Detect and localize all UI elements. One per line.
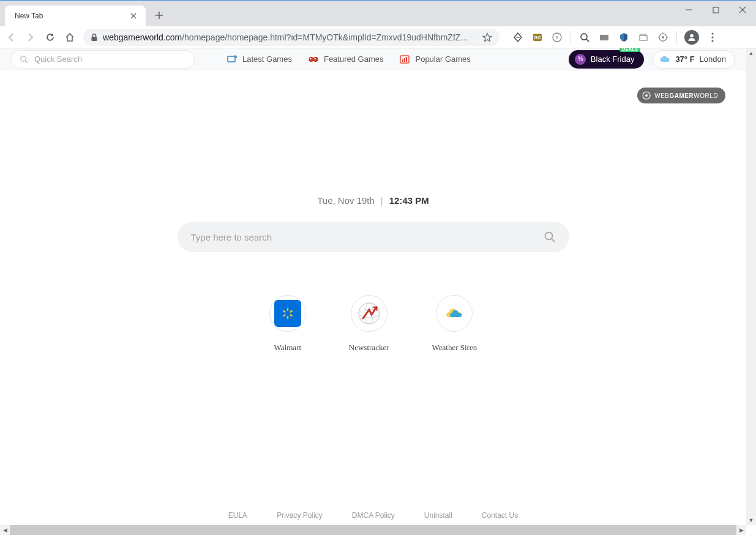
latest-games-link[interactable]: Latest Games — [226, 54, 292, 65]
tab-title: New Tab — [15, 12, 43, 20]
tile-walmart[interactable]: Walmart — [269, 295, 306, 353]
extension-icon-3[interactable]: S — [551, 31, 563, 43]
scroll-up-icon[interactable]: ▲ — [746, 48, 756, 58]
extension-icon-8[interactable] — [657, 31, 669, 43]
logo[interactable]: WEBGAMERWORLD — [637, 88, 725, 103]
footer-link-contact[interactable]: Contact Us — [482, 511, 518, 520]
svg-point-26 — [645, 94, 648, 97]
svg-point-27 — [545, 233, 552, 240]
svg-point-10 — [662, 36, 664, 39]
logo-mid: GAMER — [670, 92, 694, 99]
featured-games-link[interactable]: Featured Games — [308, 54, 384, 65]
back-button[interactable] — [5, 31, 17, 43]
chart-icon — [399, 54, 410, 65]
svg-rect-31 — [282, 314, 286, 317]
logo-suffix: WORLD — [694, 92, 718, 99]
url-input[interactable]: webgamerworld.com/homepage/homepage.html… — [83, 29, 500, 46]
minimize-button[interactable] — [675, 1, 702, 19]
goggles-icon — [308, 54, 319, 65]
new-tab-button[interactable] — [151, 7, 168, 24]
svg-rect-28 — [287, 308, 288, 311]
horizontal-scrollbar[interactable]: ◀ ▶ — [0, 525, 746, 535]
svg-point-6 — [581, 34, 587, 40]
footer-link-uninstall[interactable]: Uninstall — [424, 511, 452, 520]
popular-games-link[interactable]: Popular Games — [399, 54, 470, 65]
bookmark-star-icon[interactable] — [482, 32, 492, 42]
footer-link-eula[interactable]: EULA — [228, 511, 247, 520]
title-bar: New Tab — [0, 1, 756, 26]
promo-label: Black Friday — [591, 54, 635, 64]
svg-rect-22 — [402, 59, 403, 62]
svg-rect-29 — [287, 316, 288, 319]
svg-point-20 — [314, 58, 316, 59]
extension-icon-5[interactable] — [598, 31, 610, 43]
svg-point-19 — [310, 58, 312, 59]
lock-icon — [91, 33, 98, 42]
extension-icon-7[interactable] — [637, 31, 649, 43]
svg-rect-8 — [640, 36, 647, 40]
browser-menu-icon[interactable] — [706, 32, 719, 42]
percent-icon: % — [575, 54, 586, 65]
walmart-icon — [281, 307, 294, 320]
search-icon — [20, 55, 28, 64]
newstracker-icon — [357, 301, 381, 326]
reload-button[interactable] — [44, 31, 56, 43]
url-path: /homepage/homepage.html?id=MTMyOTk&implI… — [182, 32, 468, 42]
toolbar-link-label: Latest Games — [242, 54, 292, 64]
extension-icon-1[interactable] — [512, 31, 524, 43]
main-search-input[interactable] — [191, 232, 535, 242]
page-toolbar: Quick Search Latest Games Featured Games — [0, 48, 746, 70]
footer-link-privacy[interactable]: Privacy Policy — [277, 511, 323, 520]
refresh-screen-icon — [226, 54, 238, 65]
tile-newstracker[interactable]: Newstracker — [349, 295, 389, 353]
tile-weather-siren[interactable]: Weather Siren — [432, 295, 477, 353]
forward-button[interactable] — [24, 31, 37, 43]
scroll-down-icon[interactable]: ▼ — [746, 515, 756, 525]
svg-point-12 — [711, 32, 713, 34]
browser-tab[interactable]: New Tab — [5, 6, 146, 26]
quick-search-input[interactable]: Quick Search — [11, 50, 195, 69]
logo-prefix: WEB — [654, 92, 669, 99]
black-friday-button[interactable]: DEALS % Black Friday — [569, 50, 645, 69]
extension-icon-6[interactable] — [618, 31, 630, 43]
extension-icon-2[interactable]: GC — [531, 31, 544, 43]
close-tab-icon[interactable] — [129, 11, 138, 21]
search-icon[interactable] — [544, 231, 556, 243]
svg-rect-0 — [713, 7, 719, 13]
svg-point-34 — [359, 303, 380, 324]
scroll-left-icon[interactable]: ◀ — [0, 525, 10, 535]
weather-siren-icon — [443, 302, 465, 324]
toolbar-link-label: Popular Games — [415, 54, 470, 64]
svg-text:GC: GC — [534, 35, 541, 40]
svg-point-17 — [309, 56, 313, 61]
url-domain: webgamerworld.com — [103, 32, 182, 42]
weather-city: London — [700, 54, 726, 64]
svg-text:S: S — [555, 35, 558, 40]
tile-label: Newstracker — [349, 343, 389, 353]
footer-link-dmca[interactable]: DMCA Policy — [352, 511, 395, 520]
vertical-scrollbar[interactable]: ▲ ▼ — [746, 48, 756, 525]
svg-rect-7 — [600, 35, 608, 40]
main-search-box[interactable] — [178, 222, 569, 252]
weather-temp: 37° F — [675, 54, 694, 64]
cloud-icon — [659, 55, 670, 64]
weather-button[interactable]: 37° F London — [653, 50, 735, 69]
scroll-right-icon[interactable]: ▶ — [736, 525, 746, 535]
extension-icon-4[interactable] — [578, 31, 591, 43]
maximize-button[interactable] — [702, 1, 729, 19]
svg-point-18 — [313, 56, 318, 61]
svg-point-14 — [711, 40, 713, 42]
svg-rect-16 — [228, 56, 235, 62]
svg-rect-30 — [290, 310, 293, 313]
svg-rect-23 — [404, 58, 405, 62]
svg-rect-32 — [282, 310, 286, 313]
close-window-button[interactable] — [729, 1, 756, 19]
toolbar-link-label: Featured Games — [324, 54, 384, 64]
profile-avatar-icon[interactable] — [684, 30, 699, 45]
deals-badge: DEALS — [619, 48, 640, 52]
home-button[interactable] — [64, 31, 76, 43]
svg-point-13 — [711, 36, 713, 38]
extension-icons: GC S — [507, 30, 724, 45]
svg-rect-24 — [406, 57, 407, 62]
address-bar: webgamerworld.com/homepage/homepage.html… — [0, 26, 756, 48]
